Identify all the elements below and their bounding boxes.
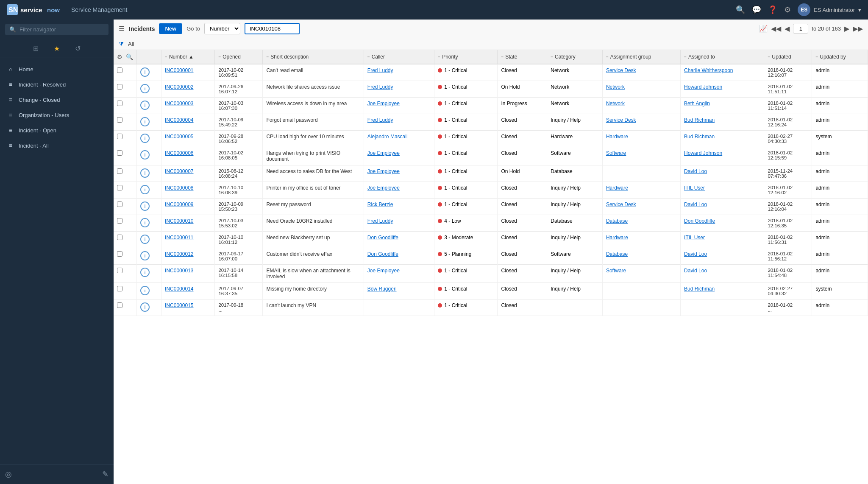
- first-page-button[interactable]: ◀◀: [771, 25, 781, 33]
- row-checkbox[interactable]: [117, 84, 122, 90]
- row-checkbox[interactable]: [117, 134, 122, 139]
- col-priority[interactable]: ≡ Priority: [434, 50, 498, 64]
- sidebar-item-incident-resolved[interactable]: ≡ Incident - Resolved: [0, 77, 114, 92]
- assignment-group-link[interactable]: Database: [606, 218, 628, 224]
- assigned-to-link[interactable]: David Loo: [684, 251, 707, 257]
- caller-link[interactable]: Fred Luddy: [367, 117, 393, 123]
- incident-link[interactable]: INC0000012: [165, 251, 193, 257]
- caller-link[interactable]: Alejandro Mascall: [367, 134, 408, 140]
- row-checkbox[interactable]: [117, 101, 122, 106]
- info-icon[interactable]: i: [140, 101, 150, 110]
- assignment-group-link[interactable]: Hardware: [606, 134, 628, 140]
- info-icon[interactable]: i: [140, 218, 150, 227]
- incident-link[interactable]: INC0000005: [165, 134, 193, 140]
- page-input[interactable]: [793, 24, 808, 34]
- row-checkbox[interactable]: [117, 150, 122, 156]
- caller-link[interactable]: Fred Luddy: [367, 84, 393, 90]
- row-checkbox[interactable]: [117, 268, 122, 273]
- info-icon[interactable]: i: [140, 251, 150, 260]
- assigned-to-link[interactable]: Charlie Whitherspoon: [684, 67, 733, 73]
- col-search-icon[interactable]: 🔍: [126, 53, 133, 60]
- sidebar-tab-star[interactable]: ★: [50, 43, 63, 54]
- assignment-group-link[interactable]: Software: [606, 268, 626, 274]
- caller-link[interactable]: Joe Employee: [367, 185, 400, 191]
- sidebar-item-organization-users[interactable]: ≡ Organization - Users: [0, 107, 114, 123]
- filter-funnel-icon[interactable]: ⧩: [119, 40, 124, 48]
- sidebar-tab-home[interactable]: ⊞: [30, 43, 42, 54]
- sidebar-item-incident-open[interactable]: ≡ Incident - Open: [0, 123, 114, 138]
- search-icon[interactable]: 🔍: [736, 5, 745, 14]
- sidebar-bottom-circle[interactable]: ◎: [5, 470, 12, 479]
- caller-link[interactable]: Bow Ruggeri: [367, 286, 397, 292]
- hamburger-icon[interactable]: ☰: [119, 25, 125, 33]
- col-short-desc[interactable]: ≡ Short description: [263, 50, 364, 64]
- row-checkbox[interactable]: [117, 218, 122, 224]
- user-info[interactable]: ES ES Administrator ▾: [798, 3, 861, 16]
- col-number[interactable]: ≡ Number ▲: [161, 50, 215, 64]
- caller-link[interactable]: Joe Employee: [367, 268, 400, 274]
- gear-icon[interactable]: ⚙: [117, 53, 122, 60]
- caller-link[interactable]: Fred Luddy: [367, 218, 393, 224]
- incident-link[interactable]: INC0000015: [165, 302, 193, 308]
- assignment-group-link[interactable]: Hardware: [606, 235, 628, 241]
- incident-link[interactable]: INC0000004: [165, 117, 193, 123]
- info-icon[interactable]: i: [140, 185, 150, 194]
- assignment-group-link[interactable]: Service Desk: [606, 201, 636, 207]
- assignment-group-link[interactable]: Hardware: [606, 185, 628, 191]
- assigned-to-link[interactable]: Bud Richman: [684, 286, 715, 292]
- caller-link[interactable]: Don Goodliffe: [367, 235, 398, 241]
- new-button[interactable]: New: [159, 23, 182, 34]
- chat-icon[interactable]: 💬: [752, 5, 761, 14]
- info-icon[interactable]: i: [140, 134, 150, 143]
- info-icon[interactable]: i: [140, 286, 150, 295]
- caller-link[interactable]: Rick Berzle: [367, 201, 393, 207]
- assignment-group-link[interactable]: Service Desk: [606, 117, 636, 123]
- info-icon[interactable]: i: [140, 302, 150, 312]
- incident-link[interactable]: INC0000011: [165, 235, 193, 241]
- last-page-button[interactable]: ▶▶: [853, 25, 863, 33]
- col-assigned-to[interactable]: ≡ Assigned to: [681, 50, 764, 64]
- row-checkbox[interactable]: [117, 235, 122, 240]
- assigned-to-link[interactable]: Don Goodliffe: [684, 218, 715, 224]
- next-page-button[interactable]: ▶: [844, 25, 849, 33]
- incident-link[interactable]: INC0000002: [165, 84, 193, 90]
- assignment-group-link[interactable]: Network: [606, 84, 625, 90]
- info-icon[interactable]: i: [140, 235, 150, 244]
- settings-icon[interactable]: ⚙: [784, 5, 791, 14]
- info-icon[interactable]: i: [140, 117, 150, 126]
- row-checkbox[interactable]: [117, 117, 122, 123]
- assigned-to-link[interactable]: Howard Johnson: [684, 150, 722, 156]
- col-category[interactable]: ≡ Category: [547, 50, 603, 64]
- row-checkbox[interactable]: [117, 201, 122, 207]
- col-updated[interactable]: ≡ Updated: [764, 50, 812, 64]
- chart-icon[interactable]: 📈: [759, 25, 768, 33]
- assignment-group-link[interactable]: Database: [606, 251, 628, 257]
- prev-page-button[interactable]: ◀: [785, 25, 790, 33]
- assigned-to-link[interactable]: David Loo: [684, 268, 707, 274]
- assigned-to-link[interactable]: David Loo: [684, 168, 707, 174]
- info-icon[interactable]: i: [140, 268, 150, 277]
- assignment-group-link[interactable]: Software: [606, 150, 626, 156]
- user-dropdown-icon[interactable]: ▾: [858, 7, 861, 13]
- incident-link[interactable]: INC0000006: [165, 150, 193, 156]
- assignment-group-link[interactable]: Service Desk: [606, 67, 636, 73]
- caller-link[interactable]: Joe Employee: [367, 101, 400, 106]
- assigned-to-link[interactable]: Bud Richman: [684, 117, 715, 123]
- col-assignment-group[interactable]: ≡ Assignment group: [602, 50, 680, 64]
- info-icon[interactable]: i: [140, 67, 150, 77]
- sidebar-tab-history[interactable]: ↺: [72, 43, 84, 54]
- incident-link[interactable]: INC0000008: [165, 185, 193, 191]
- assigned-to-link[interactable]: Beth Anglin: [684, 101, 710, 106]
- incident-link[interactable]: INC0000010: [165, 218, 193, 224]
- sidebar-item-change-closed[interactable]: ≡ Change - Closed: [0, 92, 114, 107]
- assigned-to-link[interactable]: ITIL User: [684, 235, 705, 241]
- incident-link[interactable]: INC0000001: [165, 67, 193, 73]
- sidebar-bottom-pencil[interactable]: ✎: [102, 470, 108, 479]
- assigned-to-link[interactable]: Howard Johnson: [684, 84, 722, 90]
- assigned-to-link[interactable]: David Loo: [684, 201, 707, 207]
- help-icon[interactable]: ❓: [768, 5, 777, 14]
- sidebar-item-incident-all[interactable]: ≡ Incident - All: [0, 138, 114, 153]
- col-caller[interactable]: ≡ Caller: [364, 50, 434, 64]
- info-icon[interactable]: i: [140, 168, 150, 178]
- info-icon[interactable]: i: [140, 201, 150, 211]
